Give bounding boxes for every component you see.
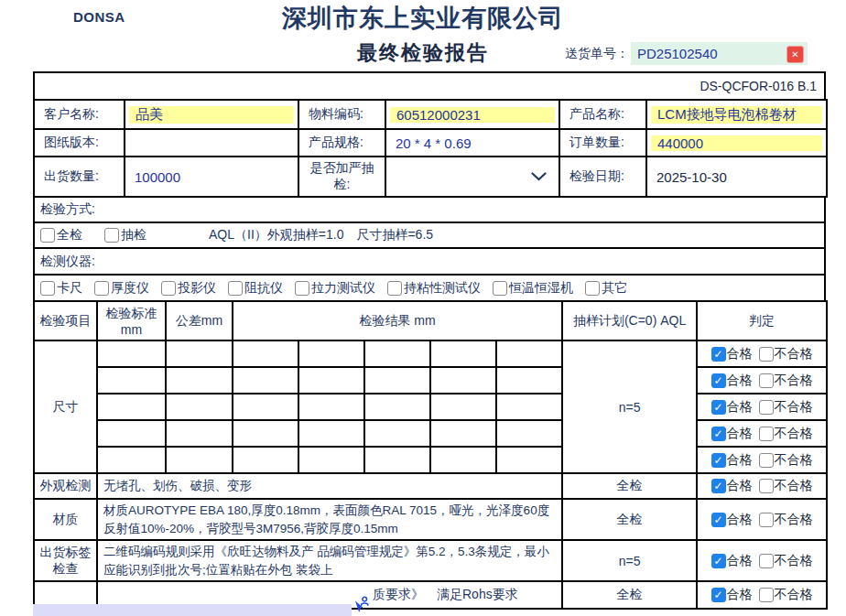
col-header-judge: 判定 [697, 301, 827, 340]
info-table: 客户名称: 品美 物料编码: 60512000231 产品名称: LCM接地导电… [33, 99, 828, 198]
result-cell[interactable] [430, 447, 496, 473]
ship-qty-field[interactable]: 100000 [125, 157, 298, 197]
fail-checkbox[interactable] [759, 453, 774, 468]
result-cell[interactable] [364, 340, 430, 367]
standard-cell[interactable] [97, 447, 166, 473]
pass-checkbox[interactable]: ✓ [711, 347, 726, 362]
product-name-field[interactable]: LCM接地导电泡棉卷材 [646, 100, 827, 129]
result-cell[interactable] [233, 420, 298, 447]
fail-checkbox[interactable] [759, 479, 774, 493]
order-qty-label: 订单数量: [559, 129, 646, 157]
instrument-climate-chamber[interactable]: 恒温恒湿机 [493, 280, 573, 297]
result-cell[interactable] [233, 367, 298, 394]
aql-text: AQL（II）外观抽样=1.0 尺寸抽样=6.5 [209, 227, 433, 243]
result-cell[interactable] [496, 447, 562, 473]
projector-checkbox[interactable] [161, 281, 176, 296]
result-cell[interactable] [430, 420, 496, 447]
result-cell[interactable] [298, 447, 364, 473]
tolerance-cell[interactable] [166, 420, 233, 447]
result-cell[interactable] [496, 367, 562, 394]
col-header-standard: 检验标准mm [97, 301, 166, 340]
instrument-options: 卡尺 厚度仪 投影仪 阻抗仪 拉力测试仪 持粘性测试仪 恒温恒湿机 其它 [35, 280, 824, 297]
close-icon[interactable]: ✕ [786, 46, 804, 63]
judge-cell: ✓合格 不合格 [697, 473, 827, 499]
pass-checkbox[interactable]: ✓ [711, 588, 726, 602]
chevron-down-icon[interactable] [531, 172, 547, 181]
tolerance-cell[interactable] [166, 447, 233, 473]
caliper-checkbox[interactable] [40, 281, 55, 296]
instrument-tension-tester[interactable]: 拉力测试仪 [295, 280, 375, 297]
instrument-impedance[interactable]: 阻抗仪 [228, 280, 283, 297]
drawing-version-field[interactable] [125, 129, 298, 157]
pass-checkbox[interactable]: ✓ [711, 479, 726, 493]
result-cell[interactable] [364, 420, 430, 447]
dimension-row: ✓合格 不合格 [34, 367, 827, 394]
tolerance-cell[interactable] [166, 367, 233, 394]
inspect-date-field[interactable]: 2025-10-30 [646, 157, 827, 197]
result-cell[interactable] [298, 394, 364, 420]
result-cell[interactable] [298, 420, 364, 447]
delivery-number-group: 送货单号： PD25102540 ✕ [565, 42, 808, 65]
pass-checkbox[interactable]: ✓ [711, 554, 726, 568]
fail-checkbox[interactable] [759, 513, 774, 527]
result-cell[interactable] [364, 367, 430, 394]
adhesion-tester-checkbox[interactable] [387, 281, 402, 296]
standard-cell[interactable] [97, 340, 166, 367]
fail-checkbox[interactable] [759, 347, 774, 362]
result-cell[interactable] [233, 447, 298, 473]
thickness-gauge-checkbox[interactable] [94, 281, 109, 296]
order-qty-field[interactable]: 440000 [646, 129, 827, 157]
fail-checkbox[interactable] [759, 554, 774, 568]
result-cell[interactable] [496, 394, 562, 420]
strict-inspection-select[interactable] [385, 157, 559, 197]
result-cell[interactable] [496, 420, 562, 447]
standard-cell[interactable] [97, 367, 166, 394]
sampling-checkbox[interactable] [104, 228, 119, 243]
full-inspection-checkbox[interactable] [40, 228, 55, 243]
result-cell[interactable] [233, 340, 298, 367]
climate-chamber-checkbox[interactable] [493, 281, 507, 296]
tolerance-cell[interactable] [166, 340, 233, 367]
method-option-full[interactable]: 全检 [40, 227, 82, 243]
result-cell[interactable] [430, 367, 496, 394]
pass-checkbox[interactable]: ✓ [711, 400, 726, 415]
customer-field[interactable]: 品美 [125, 100, 298, 129]
material-plan: 全检 [562, 499, 697, 540]
fail-checkbox[interactable] [759, 588, 774, 602]
dimension-row: 尺寸 n=5 ✓合格 不合格 [34, 340, 827, 367]
material-code-field[interactable]: 60512000231 [385, 100, 559, 129]
other-checkbox[interactable] [585, 281, 600, 296]
result-cell[interactable] [430, 394, 496, 420]
instrument-other[interactable]: 其它 [585, 280, 627, 297]
standard-cell[interactable] [97, 420, 166, 447]
fail-checkbox[interactable] [759, 373, 774, 388]
appearance-row: 外观检测 无堵孔、划伤、破损、变形 全检 ✓合格 不合格 [34, 473, 827, 499]
impedance-checkbox[interactable] [228, 281, 243, 296]
result-cell[interactable] [364, 394, 430, 420]
pass-checkbox[interactable]: ✓ [711, 453, 726, 468]
delivery-number-input[interactable]: PD25102540 ✕ [631, 42, 808, 65]
result-cell[interactable] [430, 340, 496, 367]
instrument-caliper[interactable]: 卡尺 [40, 280, 82, 297]
instrument-projector[interactable]: 投影仪 [161, 280, 216, 297]
fail-checkbox[interactable] [759, 400, 774, 415]
instrument-adhesion-tester[interactable]: 持粘性测试仪 [387, 280, 481, 297]
result-cell[interactable] [298, 367, 364, 394]
spec-field[interactable]: 20 * 4 * 0.69 [385, 129, 559, 157]
pass-checkbox[interactable]: ✓ [711, 427, 726, 441]
pass-checkbox[interactable]: ✓ [711, 373, 726, 388]
result-cell[interactable] [364, 447, 430, 473]
result-cell[interactable] [233, 394, 298, 420]
inspection-report-page: DONSA 深圳市东上实业有限公司 最终检验报告 送货单号： PD2510254… [0, 0, 846, 616]
result-cell[interactable] [298, 340, 364, 367]
tolerance-cell[interactable] [166, 394, 233, 420]
material-row: 材质 材质AUROTYPE EBA 180,厚度0.18mm，表面颜色RAL 7… [34, 499, 827, 540]
tension-tester-checkbox[interactable] [295, 281, 309, 296]
fail-checkbox[interactable] [759, 427, 774, 441]
pass-checkbox[interactable]: ✓ [711, 513, 726, 527]
standard-cell[interactable] [97, 394, 166, 420]
instrument-thickness-gauge[interactable]: 厚度仪 [94, 280, 149, 297]
result-cell[interactable] [496, 340, 562, 367]
col-header-tolerance: 公差mm [166, 301, 233, 340]
method-option-sample[interactable]: 抽检 [104, 227, 146, 243]
